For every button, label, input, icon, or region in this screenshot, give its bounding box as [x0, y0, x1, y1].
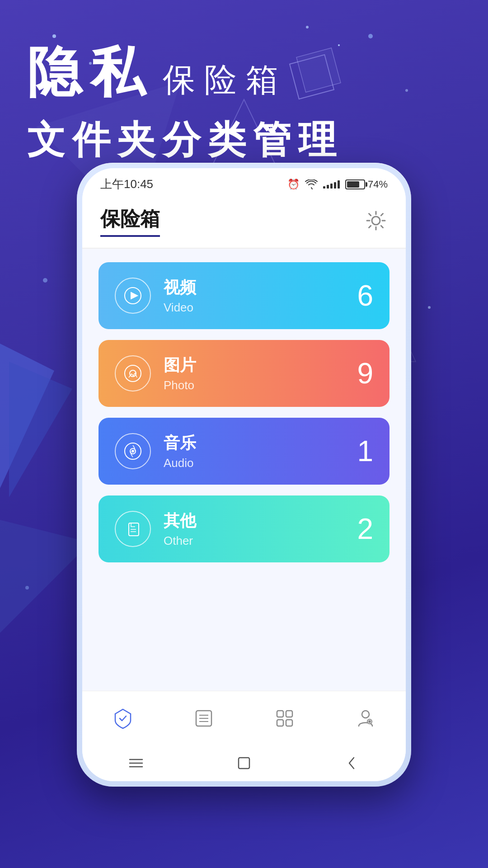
- svg-rect-35: [286, 711, 292, 717]
- photo-labels: 图片 Photo: [164, 354, 373, 392]
- battery-indicator: 74%: [345, 179, 388, 190]
- battery-percent: 74%: [368, 179, 388, 190]
- audio-icon: [123, 442, 142, 461]
- category-card-audio[interactable]: 音乐 Audio 1: [99, 418, 389, 485]
- svg-rect-34: [277, 711, 283, 717]
- app-title-wrap: 保险箱: [100, 206, 160, 237]
- audio-label-zh: 音乐: [164, 432, 373, 454]
- android-back-button[interactable]: [341, 752, 363, 774]
- title-subtitle: 文件夹分类管理: [27, 114, 343, 166]
- svg-point-38: [362, 711, 369, 718]
- video-labels: 视频 Video: [164, 277, 373, 315]
- video-label-en: Video: [164, 301, 373, 315]
- home-square-icon: [237, 756, 251, 770]
- svg-rect-36: [277, 720, 283, 726]
- phone-mockup: 上午10:45 ⏰: [77, 163, 411, 787]
- hamburger-icon: [128, 757, 144, 769]
- other-icon-circle: [115, 511, 151, 547]
- video-icon-circle: [115, 278, 151, 314]
- title-safebox: 保险箱: [163, 58, 287, 102]
- status-bar: 上午10:45 ⏰: [82, 168, 406, 197]
- other-count: 2: [357, 512, 373, 546]
- bottom-navigation: [82, 691, 406, 745]
- audio-icon-circle: [115, 433, 151, 469]
- category-card-other[interactable]: 其他 Other 2: [99, 495, 389, 562]
- svg-marker-5: [9, 362, 72, 497]
- phone-screen: 上午10:45 ⏰: [82, 168, 406, 781]
- photo-label-zh: 图片: [164, 354, 373, 377]
- svg-marker-4: [0, 344, 54, 488]
- svg-point-22: [125, 365, 141, 382]
- file-icon: [123, 519, 142, 538]
- app-header: 保险箱: [82, 197, 406, 249]
- svg-rect-44: [239, 758, 249, 769]
- svg-point-40: [369, 721, 371, 722]
- svg-point-11: [306, 26, 309, 28]
- other-label-zh: 其他: [164, 510, 373, 532]
- app-title: 保险箱: [100, 206, 160, 237]
- nav-item-apps[interactable]: [267, 700, 303, 736]
- phone-outer-shell: 上午10:45 ⏰: [77, 163, 411, 787]
- nav-item-list[interactable]: [186, 700, 222, 736]
- audio-labels: 音乐 Audio: [164, 432, 373, 470]
- other-label-en: Other: [164, 534, 373, 548]
- svg-point-15: [43, 278, 47, 283]
- settings-button[interactable]: [364, 209, 388, 234]
- apps-nav-icon: [273, 707, 296, 730]
- header-section: 隐私 保险箱 文件夹分类管理: [27, 36, 343, 166]
- photo-icon: [123, 364, 142, 383]
- svg-point-26: [132, 450, 134, 452]
- photo-icon-circle: [115, 355, 151, 392]
- photo-count: 9: [357, 357, 373, 390]
- svg-point-17: [25, 586, 29, 590]
- audio-count: 1: [357, 434, 373, 468]
- other-labels: 其他 Other: [164, 510, 373, 548]
- svg-point-14: [405, 89, 408, 92]
- signal-icon: [323, 180, 340, 189]
- svg-point-16: [428, 306, 431, 309]
- safe-nav-icon: [112, 707, 134, 730]
- svg-point-13: [368, 34, 373, 38]
- photo-label-en: Photo: [164, 378, 373, 392]
- title-line1: 隐私 保险箱: [27, 36, 343, 110]
- play-icon: [123, 286, 142, 305]
- status-time: 上午10:45: [100, 176, 153, 192]
- back-chevron-icon: [347, 755, 357, 771]
- svg-rect-37: [286, 720, 292, 726]
- title-privacy: 隐私: [27, 36, 154, 110]
- app-content: 视频 Video 6 图片: [82, 249, 406, 691]
- android-navigation-bar: [82, 745, 406, 781]
- nav-item-profile[interactable]: [347, 700, 384, 736]
- nav-item-safe[interactable]: [105, 700, 141, 736]
- android-home-button[interactable]: [233, 752, 255, 774]
- wifi-icon: [305, 179, 318, 189]
- status-icons: ⏰: [287, 179, 388, 190]
- video-count: 6: [357, 279, 373, 312]
- category-card-photo[interactable]: 图片 Photo 9: [99, 340, 389, 407]
- android-menu-button[interactable]: [125, 752, 147, 774]
- video-label-zh: 视频: [164, 277, 373, 299]
- audio-label-en: Audio: [164, 456, 373, 470]
- list-nav-icon: [192, 707, 215, 730]
- category-card-video[interactable]: 视频 Video 6: [99, 262, 389, 329]
- svg-point-19: [372, 217, 380, 225]
- svg-marker-21: [131, 292, 137, 299]
- alarm-icon: ⏰: [287, 179, 300, 190]
- profile-nav-icon: [354, 707, 377, 730]
